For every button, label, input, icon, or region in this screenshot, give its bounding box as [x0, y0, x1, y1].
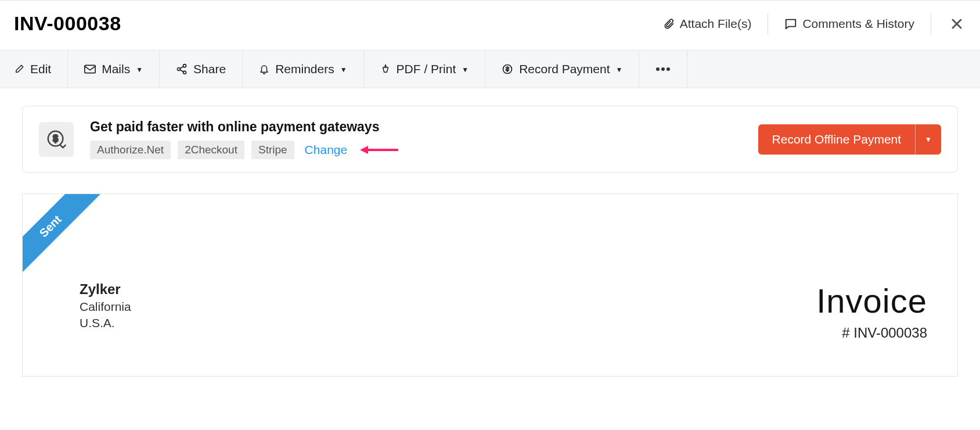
mail-icon [84, 64, 96, 74]
close-button[interactable] [947, 17, 966, 31]
document-type-title: Invoice [816, 281, 927, 320]
record-payment-dropdown[interactable]: Record Payment ▼ [485, 51, 639, 88]
bell-icon [259, 63, 269, 75]
change-gateways-link[interactable]: Change [305, 143, 348, 157]
dollar-refresh-icon: $ [39, 122, 74, 157]
payment-gateway-banner: $ Get paid faster with online payment ga… [22, 106, 958, 173]
edit-label: Edit [30, 62, 51, 76]
comment-icon [784, 17, 797, 30]
payment-icon [502, 63, 513, 75]
mails-dropdown[interactable]: Mails ▼ [68, 51, 160, 88]
pdf-icon [380, 63, 391, 75]
attach-files-label: Attach File(s) [680, 17, 752, 31]
reminders-dropdown[interactable]: Reminders ▼ [243, 51, 363, 88]
divider [768, 13, 768, 34]
pencil-icon [14, 64, 24, 74]
chevron-down-icon: ▼ [340, 66, 347, 74]
arrow-annotation-icon [359, 145, 399, 155]
page-title: INV-000038 [14, 12, 121, 35]
paperclip-icon [663, 17, 675, 31]
header-actions: Attach File(s) Comments & History [663, 13, 966, 34]
from-address: Zylker California U.S.A. [80, 281, 131, 330]
company-name: Zylker [80, 281, 131, 298]
gateway-chip: Authorize.Net [90, 141, 171, 159]
svg-point-9 [656, 67, 660, 71]
svg-point-10 [661, 67, 665, 71]
chevron-down-icon: ▼ [136, 66, 143, 74]
record-offline-payment-dropdown[interactable]: ▼ [915, 124, 941, 155]
mails-label: Mails [102, 62, 130, 76]
banner-title: Get paid faster with online payment gate… [90, 119, 742, 135]
pdf-print-dropdown[interactable]: PDF / Print ▼ [364, 51, 486, 88]
record-offline-payment-button[interactable]: Record Offline Payment [758, 124, 916, 155]
reminders-label: Reminders [275, 62, 334, 76]
invoice-document: Sent Zylker California U.S.A. Invoice # … [22, 193, 958, 377]
svg-line-6 [180, 66, 183, 68]
gateway-chip: Stripe [251, 141, 294, 159]
share-button[interactable]: Share [160, 51, 243, 88]
pdf-print-label: PDF / Print [397, 62, 456, 76]
attach-files-button[interactable]: Attach File(s) [663, 17, 752, 31]
more-actions-button[interactable] [639, 51, 687, 88]
gateway-chip: 2Checkout [178, 141, 244, 159]
chevron-down-icon: ▼ [462, 66, 469, 74]
edit-button[interactable]: Edit [0, 51, 68, 88]
svg-line-7 [180, 70, 183, 71]
toolbar: Edit Mails ▼ Share Reminders ▼ PDF / Pri… [0, 50, 980, 88]
comments-history-button[interactable]: Comments & History [784, 17, 914, 31]
address-line: California [80, 300, 131, 314]
svg-text:$: $ [53, 134, 58, 144]
chevron-down-icon: ▼ [616, 66, 623, 74]
svg-rect-2 [85, 65, 95, 73]
share-label: Share [193, 62, 226, 76]
address-line: U.S.A. [80, 316, 131, 330]
svg-point-11 [666, 67, 670, 71]
divider [931, 13, 931, 34]
document-number: # INV-000038 [816, 325, 927, 341]
more-icon [655, 67, 671, 71]
comments-history-label: Comments & History [802, 17, 914, 31]
svg-marker-15 [360, 146, 368, 154]
share-icon [176, 63, 188, 75]
record-payment-label: Record Payment [519, 62, 610, 76]
chevron-down-icon: ▼ [925, 135, 932, 144]
